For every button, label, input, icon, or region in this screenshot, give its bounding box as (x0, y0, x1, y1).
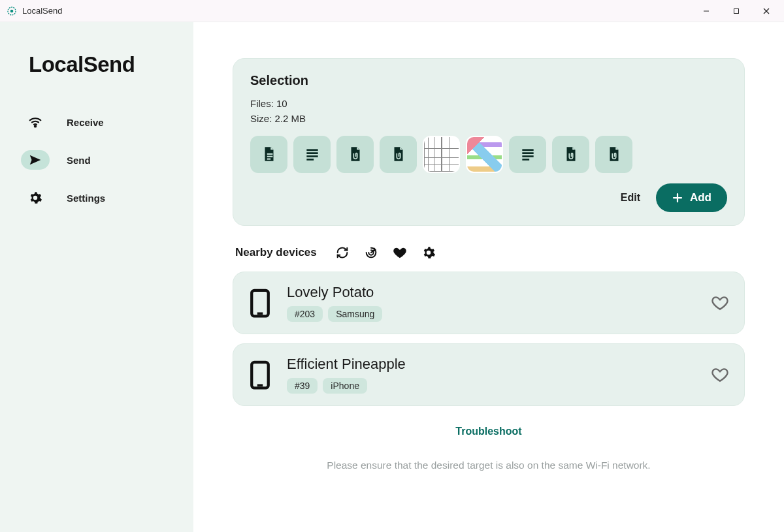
file-tile[interactable] (423, 136, 460, 173)
refresh-icon[interactable] (335, 245, 350, 260)
file-tile[interactable] (595, 136, 632, 173)
sidebar-item-receive[interactable]: Receive (13, 106, 180, 138)
selection-card: Selection Files: 10 Size: 2.2 MB Edit Ad… (233, 58, 745, 226)
close-button[interactable] (751, 1, 781, 22)
svg-rect-13 (306, 159, 314, 161)
titlebar-left: LocalSend (7, 6, 62, 16)
svg-rect-16 (522, 155, 533, 157)
doc-file-icon (261, 146, 278, 163)
clip-file-icon (606, 146, 623, 163)
window-title: LocalSend (22, 6, 62, 16)
svg-rect-7 (267, 153, 272, 155)
file-tile[interactable] (552, 136, 589, 173)
app-icon (7, 6, 17, 16)
text-file-icon (519, 146, 536, 163)
selection-files-count: Files: 10 (250, 96, 727, 111)
device-name: Efficient Pineapple (287, 356, 696, 373)
selection-title: Selection (250, 73, 727, 88)
sidebar-item-label: Receive (67, 117, 104, 128)
send-icon (28, 153, 42, 167)
svg-rect-15 (522, 152, 533, 154)
radar-icon[interactable] (364, 245, 378, 260)
svg-rect-9 (267, 159, 270, 160)
favorite-icon[interactable] (711, 366, 728, 383)
file-tile[interactable] (336, 136, 374, 173)
gear-icon (28, 191, 42, 205)
svg-rect-8 (267, 156, 272, 157)
favorite-icon[interactable] (711, 294, 728, 311)
thumbnail-icon (424, 137, 459, 172)
window-controls (691, 1, 781, 22)
gear-icon[interactable] (421, 245, 436, 260)
phone-icon (249, 289, 271, 317)
hint-text: Please ensure that the desired target is… (233, 460, 745, 471)
clip-file-icon (563, 146, 580, 163)
file-tile[interactable] (380, 136, 417, 173)
selection-size: Size: 2.2 MB (250, 111, 727, 126)
file-tile[interactable] (509, 136, 546, 173)
selection-actions: Edit Add (250, 183, 727, 212)
app-title: LocalSend (29, 52, 180, 77)
add-button-label: Add (690, 191, 711, 204)
wifi-icon (28, 115, 42, 129)
edit-button[interactable]: Edit (621, 192, 640, 204)
heart-icon[interactable] (393, 245, 407, 260)
svg-rect-17 (522, 159, 529, 161)
device-card[interactable]: Efficient Pineapple #39 iPhone (233, 343, 745, 406)
device-tags: #39 iPhone (287, 378, 696, 394)
minimize-button[interactable] (691, 1, 721, 22)
sidebar-nav: Receive Send Settings (13, 106, 180, 214)
file-tile[interactable] (293, 136, 331, 173)
sidebar-item-label: Settings (67, 193, 105, 204)
sidebar: LocalSend Receive Send Settings (0, 22, 193, 532)
plus-icon (672, 192, 683, 204)
add-button[interactable]: Add (656, 183, 727, 212)
selection-meta: Files: 10 Size: 2.2 MB (250, 96, 727, 127)
file-tile[interactable] (466, 136, 503, 173)
device-id-tag: #39 (287, 378, 318, 394)
device-info: Lovely Potato #203 Samsung (287, 284, 696, 322)
text-file-icon (304, 146, 321, 163)
sidebar-item-label: Send (67, 155, 91, 166)
sidebar-item-settings[interactable]: Settings (13, 181, 180, 214)
svg-rect-12 (306, 155, 318, 157)
troubleshoot-link[interactable]: Troubleshoot (455, 426, 521, 437)
svg-rect-14 (522, 149, 533, 151)
clip-file-icon (347, 146, 364, 163)
svg-point-1 (10, 9, 14, 12)
thumbnail-icon (467, 137, 502, 172)
device-brand-tag: iPhone (323, 378, 367, 394)
nearby-title: Nearby devices (235, 246, 317, 259)
svg-point-6 (35, 125, 36, 127)
device-id-tag: #203 (287, 306, 323, 322)
device-card[interactable]: Lovely Potato #203 Samsung (233, 272, 745, 334)
device-tags: #203 Samsung (287, 306, 696, 322)
titlebar: LocalSend (0, 0, 784, 22)
device-info: Efficient Pineapple #39 iPhone (287, 356, 696, 394)
maximize-button[interactable] (721, 1, 751, 22)
device-list: Lovely Potato #203 Samsung Efficient Pin… (233, 272, 745, 406)
clip-file-icon (390, 146, 407, 163)
svg-rect-10 (306, 149, 318, 151)
svg-rect-3 (734, 8, 739, 13)
nearby-header: Nearby devices (233, 245, 745, 260)
phone-icon (249, 360, 271, 389)
device-name: Lovely Potato (287, 284, 696, 301)
main-content: Selection Files: 10 Size: 2.2 MB Edit Ad… (193, 22, 784, 532)
device-brand-tag: Samsung (328, 306, 382, 322)
file-tile[interactable] (250, 136, 287, 173)
sidebar-item-send[interactable]: Send (13, 144, 180, 176)
troubleshoot-row: Troubleshoot (233, 426, 745, 437)
file-tile-row (250, 136, 727, 173)
svg-rect-11 (306, 152, 318, 154)
